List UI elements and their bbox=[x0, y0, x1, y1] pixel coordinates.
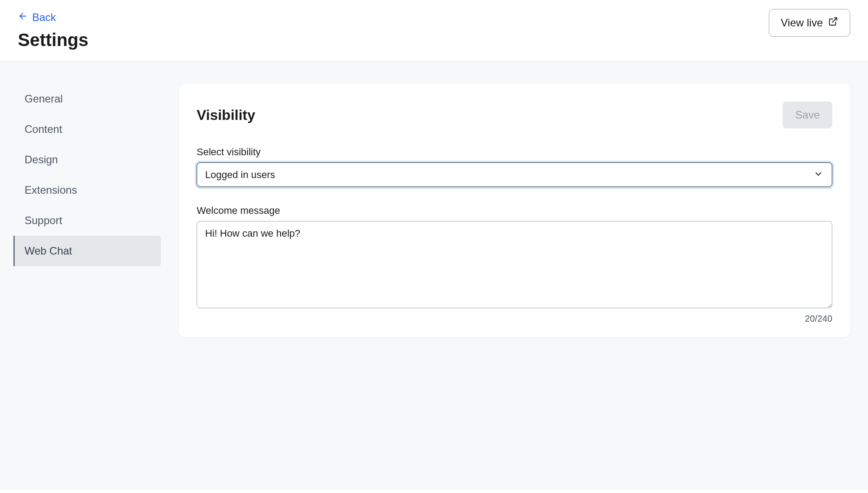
settings-sidebar: General Content Design Extensions Suppor… bbox=[0, 84, 179, 489]
sidebar-item-label: Support bbox=[25, 214, 62, 226]
sidebar-item-label: Design bbox=[25, 153, 58, 166]
visibility-label: Select visibility bbox=[197, 146, 832, 158]
char-count: 20/240 bbox=[197, 314, 832, 324]
visibility-card: Visibility Save Select visibility Logged… bbox=[179, 84, 850, 337]
settings-content: Visibility Save Select visibility Logged… bbox=[179, 84, 868, 489]
sidebar-item-design[interactable]: Design bbox=[13, 144, 161, 175]
card-title: Visibility bbox=[197, 107, 255, 123]
sidebar-item-content[interactable]: Content bbox=[13, 114, 161, 144]
sidebar-item-web-chat[interactable]: Web Chat bbox=[13, 236, 161, 266]
back-label: Back bbox=[32, 11, 56, 24]
header-left: Back Settings bbox=[18, 11, 88, 50]
external-link-icon bbox=[828, 17, 838, 29]
page-title: Settings bbox=[18, 30, 88, 50]
welcome-message-textarea[interactable] bbox=[197, 221, 832, 308]
sidebar-item-general[interactable]: General bbox=[13, 84, 161, 114]
card-header: Visibility Save bbox=[197, 102, 832, 128]
sidebar-item-label: Extensions bbox=[25, 184, 77, 196]
arrow-left-icon bbox=[18, 11, 28, 24]
welcome-message-label: Welcome message bbox=[197, 205, 832, 217]
view-live-label: View live bbox=[781, 17, 823, 29]
page-header: Back Settings View live bbox=[0, 0, 868, 61]
visibility-field: Select visibility Logged in users bbox=[197, 146, 832, 187]
sidebar-item-extensions[interactable]: Extensions bbox=[13, 175, 161, 205]
visibility-select[interactable]: Logged in users bbox=[197, 162, 832, 187]
back-link[interactable]: Back bbox=[18, 11, 56, 24]
save-button[interactable]: Save bbox=[783, 102, 832, 128]
sidebar-item-label: General bbox=[25, 93, 63, 105]
sidebar-item-label: Content bbox=[25, 123, 62, 135]
page-body: General Content Design Extensions Suppor… bbox=[0, 61, 868, 489]
welcome-message-field: Welcome message 20/240 bbox=[197, 205, 832, 324]
sidebar-item-support[interactable]: Support bbox=[13, 205, 161, 236]
view-live-button[interactable]: View live bbox=[769, 9, 850, 37]
visibility-select-wrapper: Logged in users bbox=[197, 162, 832, 187]
svg-line-1 bbox=[832, 18, 837, 22]
sidebar-item-label: Web Chat bbox=[25, 245, 72, 257]
